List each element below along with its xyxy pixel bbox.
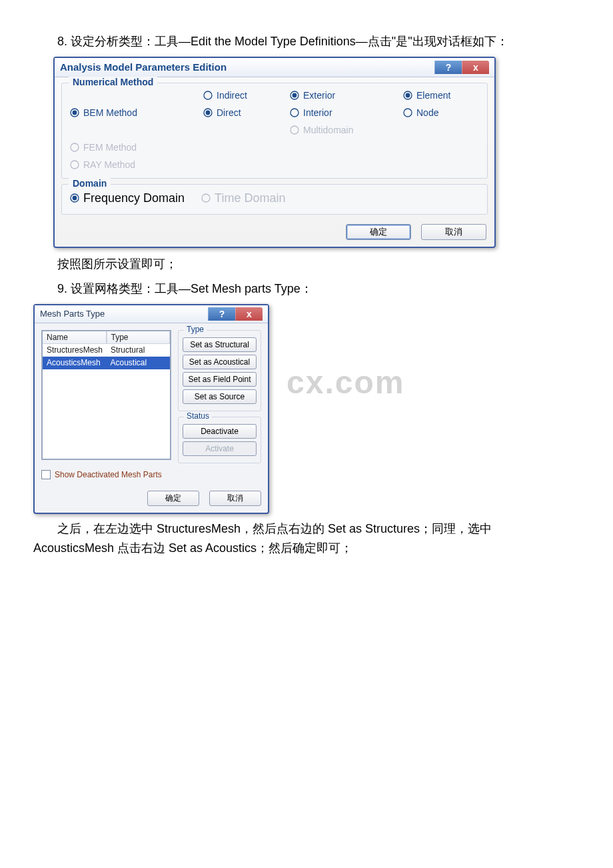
radio-interior-label: Interior <box>303 107 332 118</box>
checkbox-icon[interactable] <box>41 470 51 479</box>
col-name: Name <box>43 331 107 344</box>
svg-point-11 <box>291 126 299 134</box>
svg-point-10 <box>404 109 412 117</box>
radio-exterior[interactable]: Exterior <box>290 90 403 101</box>
svg-point-2 <box>293 93 297 97</box>
svg-point-6 <box>73 110 77 115</box>
cancel-button[interactable]: 取消 <box>421 224 486 240</box>
ok-button[interactable]: 确定 <box>346 224 411 240</box>
col-type: Type <box>107 331 171 344</box>
svg-point-15 <box>73 196 77 201</box>
radio-ray-method: RAY Method <box>70 159 203 170</box>
ok-button[interactable]: 确定 <box>147 491 199 506</box>
radio-node-label: Node <box>416 107 438 118</box>
deactivate-button[interactable]: Deactivate <box>183 424 257 439</box>
dialog2-titlebar: Mesh Parts Type ? x <box>35 305 268 323</box>
svg-point-12 <box>71 143 79 151</box>
type-group-legend: Type <box>184 325 207 334</box>
svg-point-8 <box>206 110 211 115</box>
mesh-parts-type-dialog: Mesh Parts Type ? x Name Type Structures… <box>33 304 269 514</box>
dialog2-title-text: Mesh Parts Type <box>40 309 105 319</box>
closing-paragraph: 之后，在左边选中 StructuresMesh，然后点右边的 Set as St… <box>33 519 513 558</box>
help-icon[interactable]: ? <box>434 61 462 74</box>
step8-paragraph: 8. 设定分析类型：工具—Edit the Model Type Definit… <box>33 32 513 51</box>
cell-type: Structural <box>107 344 170 357</box>
svg-point-0 <box>204 91 212 99</box>
cancel-button[interactable]: 取消 <box>209 491 261 506</box>
radio-bem-label: BEM Method <box>83 107 137 118</box>
status-group: Status Deactivate Activate <box>178 417 261 463</box>
close-icon[interactable]: x <box>235 307 263 321</box>
mesh-parts-table[interactable]: Name Type StructuresMesh Structural Acou… <box>41 330 171 460</box>
svg-point-9 <box>291 109 299 117</box>
watermark-text: cx.com <box>287 364 404 401</box>
radio-fem-method: FEM Method <box>70 142 203 153</box>
cell-type: Acoustical <box>107 357 171 369</box>
radio-indirect[interactable]: Indirect <box>203 90 290 101</box>
radio-time-domain: Time Domain <box>201 191 285 205</box>
radio-node[interactable]: Node <box>403 107 483 118</box>
svg-point-4 <box>406 93 410 97</box>
domain-group: Domain Frequency Domain Time Domain <box>61 184 488 215</box>
set-as-structural-button[interactable]: Set as Structural <box>183 337 257 352</box>
svg-point-16 <box>202 194 210 202</box>
cell-name: StructuresMesh <box>43 344 107 357</box>
close-icon[interactable]: x <box>462 61 489 74</box>
svg-point-13 <box>71 161 79 169</box>
table-row[interactable]: StructuresMesh Structural <box>43 344 170 357</box>
between-paragraph: 按照图所示设置即可； <box>33 255 513 274</box>
radio-fem-label: FEM Method <box>83 142 137 153</box>
activate-button: Activate <box>183 441 257 456</box>
type-group: Type Set as Structural Set as Acoustical… <box>178 330 261 411</box>
numerical-method-legend: Numerical Method <box>69 77 157 87</box>
status-group-legend: Status <box>184 411 212 421</box>
show-deactivated-row[interactable]: Show Deactivated Mesh Parts <box>41 470 261 479</box>
radio-element[interactable]: Element <box>403 90 483 101</box>
help-icon[interactable]: ? <box>208 307 235 321</box>
set-as-source-button[interactable]: Set as Source <box>183 389 257 404</box>
radio-direct[interactable]: Direct <box>203 107 290 118</box>
radio-element-label: Element <box>416 90 450 101</box>
analysis-model-params-dialog: Analysis Model Parameters Edition ? x Nu… <box>53 57 496 249</box>
radio-frequency-label: Frequency Domain <box>83 191 185 205</box>
radio-exterior-label: Exterior <box>303 90 335 101</box>
radio-frequency-domain[interactable]: Frequency Domain <box>70 191 185 205</box>
radio-direct-label: Direct <box>217 107 241 118</box>
radio-multidomain-label: Multidomain <box>303 125 353 135</box>
radio-interior[interactable]: Interior <box>290 107 403 118</box>
radio-time-label: Time Domain <box>215 191 285 205</box>
set-as-acoustical-button[interactable]: Set as Acoustical <box>183 355 257 369</box>
radio-multidomain: Multidomain <box>290 125 403 135</box>
numerical-method-group: Numerical Method Indirect Exterior Eleme… <box>61 83 488 179</box>
dialog1-title-text: Analysis Model Parameters Edition <box>60 61 227 73</box>
table-row[interactable]: AcousticsMesh Acoustical <box>43 357 170 369</box>
set-as-field-point-button[interactable]: Set as Field Point <box>183 372 257 387</box>
domain-legend: Domain <box>69 178 111 189</box>
cell-name: AcousticsMesh <box>43 357 107 369</box>
radio-indirect-label: Indirect <box>217 90 247 101</box>
radio-ray-label: RAY Method <box>83 159 135 170</box>
dialog1-titlebar: Analysis Model Parameters Edition ? x <box>55 58 494 77</box>
show-deactivated-label: Show Deactivated Mesh Parts <box>55 470 162 479</box>
radio-bem-method[interactable]: BEM Method <box>70 107 203 118</box>
step9-paragraph: 9. 设置网格类型：工具—Set Mesh parts Type： <box>33 279 513 299</box>
table-header: Name Type <box>43 331 170 344</box>
